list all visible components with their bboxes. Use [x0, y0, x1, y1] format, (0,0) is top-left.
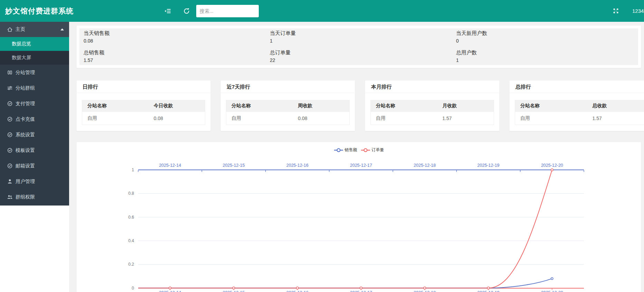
table-row: 自用1.57 — [371, 112, 494, 125]
table-row: 自用0.08 — [82, 112, 205, 125]
x-tick-label-bottom: 2025-12-15 — [222, 290, 245, 292]
legend-item-销售额[interactable]: 销售额 — [334, 147, 357, 153]
main-content: 当天销售额0.08总销售额1.57当天订单量1总订单量22当天新用户数0总用户数… — [69, 22, 644, 292]
amount-cell: 0.08 — [293, 112, 349, 125]
site-name-cell: 自用 — [371, 112, 437, 125]
sidebar-item-邮箱设置[interactable]: 邮箱设置 — [0, 158, 69, 174]
legend-marker-icon — [334, 148, 343, 152]
stat-value: 1 — [270, 37, 452, 45]
data-point-orders — [360, 287, 362, 289]
sidebar-submenu: 数据总览数据大屏 — [0, 37, 69, 65]
columns-icon — [7, 70, 13, 75]
sales-orders-chart-card: 销售额订单量 00.20.40.60.812025-12-142025-12-1… — [76, 142, 641, 292]
stats-grid: 当天销售额0.08总销售额1.57当天订单量1总订单量22当天新用户数0总用户数… — [79, 28, 638, 65]
search-input[interactable] — [196, 5, 259, 17]
ranking-card-近7天排行: 近7天排行分站名称周收款自用0.08 — [220, 80, 355, 131]
ranking-card-日排行: 日排行分站名称今日收款自用0.08 — [76, 80, 211, 131]
legend-item-订单量[interactable]: 订单量 — [361, 147, 384, 153]
app-title: 妙文馆付费进群系统 — [5, 0, 74, 22]
sidebar-item-支付管理[interactable]: 支付管理 — [0, 96, 69, 111]
line-chart[interactable]: 00.20.40.60.812025-12-142025-12-152025-1… — [77, 142, 641, 292]
data-point-orders — [233, 287, 235, 289]
sidebar-item-label: 支付管理 — [16, 101, 35, 107]
sidebar-item-label: 分站管理 — [16, 70, 35, 76]
x-tick-label-top: 2025-12-14 — [159, 163, 181, 168]
ranking-table: 分站名称周收款自用0.08 — [226, 100, 350, 125]
sidebar-item-label: 群组权限 — [16, 194, 35, 200]
sidebar-item-主页[interactable]: 主页 — [0, 22, 69, 37]
ranking-cards-row: 日排行分站名称今日收款自用0.08近7天排行分站名称周收款自用0.08本月排行分… — [76, 80, 644, 131]
data-point-orders — [551, 169, 553, 171]
sidebar-subitem-数据大屏[interactable]: 数据大屏 — [0, 51, 69, 65]
ranking-card-title: 本月排行 — [365, 81, 499, 93]
col-header-site: 分站名称 — [515, 100, 587, 112]
stat-value: 1.57 — [84, 56, 266, 64]
y-tick-label: 0.4 — [128, 238, 134, 243]
col-header-amount: 今日收款 — [149, 100, 205, 112]
x-tick-label-bottom: 2025-12-14 — [159, 290, 181, 292]
site-name-cell: 自用 — [515, 112, 587, 125]
amount-cell: 1.57 — [587, 112, 644, 125]
stat-value: 0 — [456, 37, 638, 45]
data-point-orders — [424, 287, 426, 289]
sidebar-item-label: 邮箱设置 — [16, 163, 35, 169]
y-tick-label: 1 — [132, 167, 134, 172]
chart-legend: 销售额订单量 — [77, 147, 641, 153]
sidebar-subitem-数据总览[interactable]: 数据总览 — [0, 37, 69, 51]
x-tick-label-top: 2025-12-17 — [350, 163, 372, 168]
data-point-orders — [169, 287, 171, 289]
y-tick-label: 0.2 — [128, 262, 134, 267]
refresh-icon[interactable] — [180, 0, 193, 22]
user-icon — [7, 179, 13, 184]
ranking-card-title: 近7天排行 — [221, 81, 355, 93]
sidebar-item-label: 点卡充值 — [16, 116, 35, 122]
sliders-icon — [7, 85, 13, 91]
ranking-card-本月排行: 本月排行分站名称月收款自用1.57 — [365, 80, 500, 131]
stats-panel: 当天销售额0.08总销售额1.57当天订单量1总订单量22当天新用户数0总用户数… — [76, 25, 641, 68]
sidebar-item-点卡充值[interactable]: 点卡充值 — [0, 111, 69, 127]
sidebar-item-label: 模板设置 — [16, 147, 35, 154]
menu-collapse-icon[interactable] — [161, 0, 174, 22]
x-tick-label-bottom: 2025-12-16 — [286, 290, 309, 292]
amount-cell: 0.08 — [149, 112, 205, 125]
badge-check-icon — [7, 101, 13, 107]
sidebar-item-分站群组[interactable]: 分站群组 — [0, 80, 69, 96]
ranking-card-title: 日排行 — [77, 81, 210, 93]
username[interactable]: 12345 — [632, 0, 644, 22]
legend-marker-icon — [361, 148, 370, 152]
stat-column: 当天新用户数0总用户数1 — [452, 28, 638, 65]
sidebar-item-label: 系统设置 — [16, 132, 35, 138]
site-name-cell: 自用 — [226, 112, 293, 125]
y-tick-label: 0.8 — [128, 191, 134, 196]
x-tick-label-top: 2025-12-16 — [286, 163, 309, 168]
stat-column: 当天销售额0.08总销售额1.57 — [79, 28, 266, 65]
fullscreen-icon[interactable] — [609, 0, 622, 22]
sidebar-item-label: 用户管理 — [16, 179, 35, 185]
stat-value: 22 — [270, 56, 452, 64]
stat-column: 当天订单量1总订单量22 — [266, 28, 452, 65]
stat-label: 当天新用户数 — [456, 29, 638, 37]
sidebar-item-群组权限[interactable]: 群组权限 — [0, 189, 69, 205]
legend-label: 订单量 — [372, 147, 384, 153]
badge-check-icon — [7, 163, 13, 169]
stat-label: 总销售额 — [84, 49, 266, 56]
x-tick-label-top: 2025-12-19 — [477, 163, 500, 168]
data-point-sales — [551, 277, 553, 280]
y-tick-label: 0 — [132, 286, 134, 291]
x-tick-label-bottom: 2025-12-17 — [350, 290, 372, 292]
sidebar-item-模板设置[interactable]: 模板设置 — [0, 143, 69, 158]
chevron-up-icon — [60, 28, 64, 30]
badge-check-icon — [7, 132, 13, 138]
x-tick-label-top: 2025-12-15 — [222, 163, 245, 168]
sidebar-item-分站管理[interactable]: 分站管理 — [0, 65, 69, 80]
top-header-bar: 妙文馆付费进群系统 12345 — [0, 0, 644, 22]
badge-check-icon — [7, 116, 13, 122]
sidebar-item-系统设置[interactable]: 系统设置 — [0, 127, 69, 143]
x-tick-label-top: 2025-12-20 — [541, 163, 563, 168]
table-row: 自用0.08 — [226, 112, 350, 125]
x-tick-label-bottom: 2025-12-20 — [541, 290, 563, 292]
col-header-amount: 周收款 — [293, 100, 349, 112]
ranking-table: 分站名称总收款自用1.57 — [515, 100, 644, 125]
ranking-card-总排行: 总排行分站名称总收款自用1.57 — [509, 80, 644, 131]
sidebar-item-用户管理[interactable]: 用户管理 — [0, 174, 69, 189]
